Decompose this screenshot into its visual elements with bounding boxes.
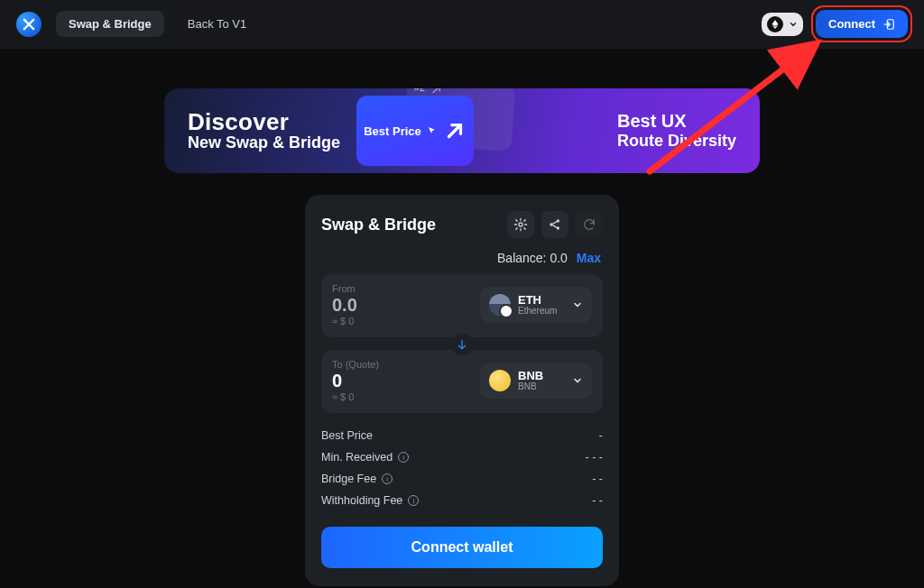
- bridge-fee-value: - -: [592, 473, 603, 485]
- balance-value: Balance: 0.0: [497, 251, 568, 265]
- balance-row: Balance: 0.0 Max: [323, 251, 601, 265]
- bridge-fee-label: Bridge Fee: [321, 473, 376, 485]
- best-price-value: -: [599, 429, 603, 442]
- connect-button[interactable]: Connect: [816, 10, 908, 38]
- to-label: To (Quote): [332, 359, 471, 370]
- nav-swap-bridge[interactable]: Swap & Bridge: [56, 11, 164, 37]
- nav-back-to-v1[interactable]: Back To V1: [177, 11, 258, 37]
- share-icon: [548, 217, 562, 232]
- min-received-label: Min. Received: [321, 451, 393, 464]
- to-token-selector[interactable]: BNB BNB: [480, 363, 592, 399]
- withholding-fee-label: Withholding Fee: [321, 494, 402, 507]
- app-header: Swap & Bridge Back To V1 Connect: [0, 0, 924, 49]
- svg-point-1: [519, 223, 522, 226]
- from-usd: ≈ $ 0: [332, 316, 471, 326]
- info-icon[interactable]: i: [382, 473, 393, 484]
- min-received-value: - - -: [586, 451, 603, 464]
- from-amount-input[interactable]: 0.0: [332, 296, 471, 314]
- banner-subtitle: New Swap & Bridge: [188, 134, 340, 152]
- to-row: To (Quote) 0 ≈ $ 0 BNB BNB: [321, 350, 603, 413]
- connect-wallet-button[interactable]: Connect wallet: [321, 527, 603, 568]
- network-selector[interactable]: [762, 13, 803, 36]
- to-amount: 0: [332, 372, 471, 390]
- max-button[interactable]: Max: [577, 251, 601, 265]
- chevron-down-icon: [572, 375, 583, 386]
- to-token-chain: BNB: [518, 382, 543, 392]
- bnb-icon: [489, 370, 511, 391]
- swap-direction-button[interactable]: [451, 334, 473, 355]
- panel-title: Swap & Bridge: [321, 216, 436, 234]
- connect-label: Connect: [828, 17, 875, 31]
- promo-banner[interactable]: Discover New Swap & Bridge #2 Best Price…: [164, 88, 760, 173]
- logo-icon: [21, 16, 37, 32]
- from-token-chain: Ethereum: [518, 307, 557, 317]
- refresh-button: [576, 211, 603, 238]
- from-token-symbol: ETH: [518, 294, 557, 307]
- banner-right-2: Route Diversity: [617, 132, 736, 151]
- banner-right-1: Best UX: [617, 111, 736, 132]
- quote-meta: Best Price - Min. Receivedi - - - Bridge…: [321, 429, 603, 507]
- login-icon: [882, 18, 895, 31]
- share-button[interactable]: [541, 211, 568, 238]
- ethereum-icon: [767, 16, 783, 32]
- info-icon[interactable]: i: [398, 452, 409, 463]
- arrow-up-right-icon: [443, 119, 467, 142]
- cursor-icon: [427, 125, 438, 136]
- best-price-label: Best Price: [321, 429, 373, 442]
- app-logo[interactable]: [16, 12, 42, 37]
- withholding-fee-value: - -: [592, 494, 603, 507]
- chevron-down-icon: [789, 20, 798, 29]
- arrow-down-icon: [456, 338, 468, 351]
- eth-icon: [489, 294, 511, 316]
- to-usd: ≈ $ 0: [332, 391, 471, 402]
- info-icon[interactable]: i: [408, 495, 419, 506]
- swap-panel: Swap & Bridge Balance: 0.0 Max From 0.0 …: [305, 195, 619, 586]
- from-token-selector[interactable]: ETH Ethereum: [480, 287, 592, 323]
- settings-button[interactable]: [507, 211, 534, 238]
- gear-icon: [513, 217, 528, 232]
- banner-title: Discover: [188, 109, 340, 135]
- refresh-icon: [582, 217, 596, 232]
- banner-card-front: Best Price: [356, 96, 474, 166]
- from-row: From 0.0 ≈ $ 0 ETH Ethereum: [321, 274, 603, 337]
- to-token-symbol: BNB: [518, 370, 543, 382]
- chevron-down-icon: [572, 299, 583, 310]
- from-label: From: [332, 283, 471, 294]
